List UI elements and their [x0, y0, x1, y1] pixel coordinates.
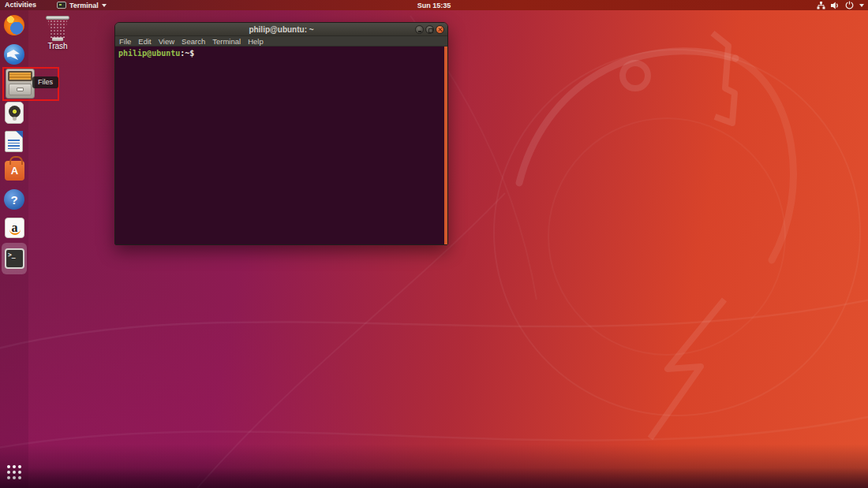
activities-button[interactable]: Activities — [0, 0, 43, 10]
shell-prompt: philip@ubuntu:~$ — [118, 49, 194, 58]
menu-search[interactable]: Search — [181, 37, 205, 46]
files-icon-handle — [17, 88, 24, 91]
chevron-down-icon — [102, 4, 107, 7]
close-button[interactable] — [436, 25, 444, 34]
show-applications-grid-icon — [7, 465, 10, 468]
dock-item-help[interactable]: ? — [4, 189, 24, 210]
menu-edit[interactable]: Edit — [138, 37, 151, 46]
trash-icon-body — [47, 20, 69, 38]
volume-icon — [831, 2, 840, 9]
clock[interactable]: Sun 15:35 — [0, 2, 868, 9]
terminal-content-area[interactable]: philip@ubuntu:~$ — [115, 47, 447, 244]
top-bar: Activities Terminal Sun 15:35 — [0, 0, 868, 10]
trash-label: Trash — [38, 42, 77, 50]
terminal-titlebar[interactable]: philip@ubuntu: ~ — [115, 23, 447, 36]
maximize-button[interactable] — [425, 25, 434, 34]
app-indicator-label: Terminal — [69, 2, 99, 9]
amazon-icon: a — [5, 218, 24, 238]
prompt-dollar: $ — [189, 49, 194, 58]
libreoffice-writer-icon — [5, 131, 23, 152]
window-controls — [415, 25, 444, 34]
files-tooltip: Files — [32, 76, 58, 88]
dock-item-terminal[interactable]: >_ — [5, 248, 24, 269]
dock-item-ubuntu-software[interactable]: A — [5, 158, 24, 181]
window-title: philip@ubuntu: ~ — [115, 23, 447, 36]
files-icon-folders — [9, 73, 31, 80]
terminal-window: philip@ubuntu: ~ File Edit View Search T… — [114, 22, 448, 245]
files-icon-open-drawer — [8, 71, 32, 81]
trash-icon — [46, 16, 69, 20]
prompt-user-host: philip@ubuntu — [118, 49, 180, 58]
menu-file[interactable]: File — [119, 37, 131, 46]
help-icon: ? — [4, 189, 24, 210]
chevron-down-icon — [859, 4, 864, 7]
firefox-icon — [4, 15, 24, 35]
files-icon — [6, 69, 35, 99]
dock-item-rhythmbox[interactable] — [5, 102, 24, 124]
network-icon — [817, 2, 825, 9]
files-icon-front-drawer — [9, 84, 32, 95]
menu-terminal[interactable]: Terminal — [212, 37, 241, 46]
terminal-mini-icon — [57, 2, 66, 9]
wallpaper-bottom-shade — [0, 468, 868, 488]
system-tray[interactable] — [817, 0, 864, 10]
dock-item-libreoffice-writer[interactable] — [5, 131, 23, 152]
minimize-button[interactable] — [415, 25, 424, 34]
terminal-app-icon: >_ — [5, 248, 24, 269]
terminal-scrollbar[interactable] — [444, 47, 447, 244]
dock-item-firefox[interactable] — [4, 15, 24, 35]
thunderbird-icon — [4, 44, 24, 65]
app-indicator-menu[interactable]: Terminal — [57, 0, 107, 10]
trash-icon-base — [52, 38, 63, 41]
dock-item-thunderbird[interactable] — [4, 44, 24, 65]
power-icon — [845, 1, 854, 9]
dock-item-files[interactable] — [6, 69, 35, 99]
desktop: Activities Terminal Sun 15:35 — [0, 0, 868, 488]
menu-view[interactable]: View — [159, 37, 174, 46]
dock-item-amazon[interactable]: a — [5, 218, 24, 238]
ubuntu-software-icon: A — [5, 161, 24, 181]
show-applications-button[interactable] — [7, 465, 10, 468]
rhythmbox-icon — [5, 102, 24, 124]
menu-help[interactable]: Help — [248, 37, 264, 46]
terminal-menubar: File Edit View Search Terminal Help — [115, 36, 447, 47]
